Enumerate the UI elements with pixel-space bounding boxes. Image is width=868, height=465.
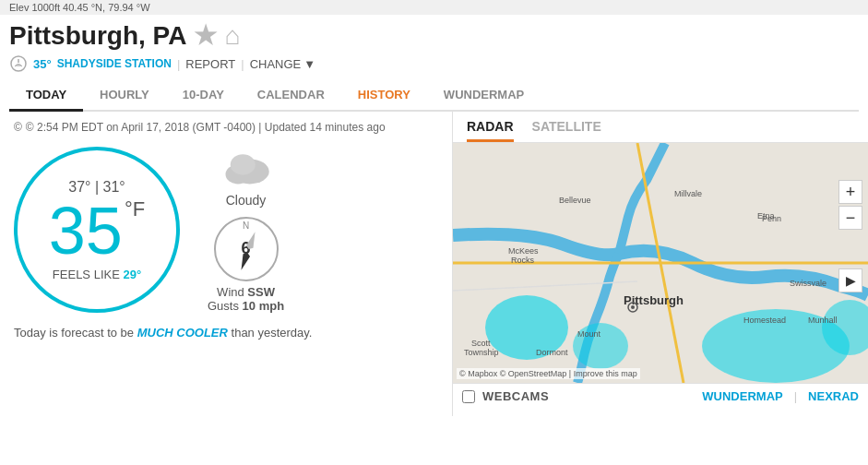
map-attribution: © Mapbox © OpenStreetMap | Improve this … <box>457 368 640 379</box>
gusts-value: 10 mph <box>243 299 285 313</box>
map-svg: Pittsburgh Bellevue Millvale Etna McKees… <box>453 143 868 383</box>
map-container[interactable]: Pittsburgh Bellevue Millvale Etna McKees… <box>453 143 868 383</box>
svg-text:Scott: Scott <box>471 339 491 348</box>
svg-marker-6 <box>244 230 257 250</box>
forecast-suffix: than yesterday. <box>232 326 313 340</box>
svg-point-30 <box>631 305 635 309</box>
webcams-label: WEBCAMS <box>482 389 549 403</box>
wind-direction: SSW <box>247 285 275 299</box>
elevation-text: Elev 1000ft <box>9 2 60 13</box>
condition-text: Cloudy <box>226 193 267 208</box>
forecast-text: Today is forecast to be MUCH COOLER than… <box>14 326 438 340</box>
nav-tabs: TODAY HOURLY 10-DAY CALENDAR HISTORY WUN… <box>9 78 859 112</box>
tab-today[interactable]: TODAY <box>9 80 83 112</box>
map-controls: + − ▶ <box>838 180 862 292</box>
main-content: © © 2:54 PM EDT on April 17, 2018 (GMT -… <box>0 112 868 416</box>
city-name: Pittsburgh, PA <box>9 21 186 51</box>
svg-text:Munhall: Munhall <box>808 316 838 325</box>
feels-like-label: FEELS LIKE <box>53 268 120 281</box>
svg-text:Dormont: Dormont <box>536 348 568 357</box>
tab-wundermap[interactable]: WUNDERMAP <box>427 80 541 112</box>
svg-text:Penn: Penn <box>762 214 781 223</box>
condition-icon-wrap: Cloudy <box>219 148 274 208</box>
nexrad-link[interactable]: NEXRAD <box>808 389 859 403</box>
report-link[interactable]: REPORT <box>185 57 235 71</box>
change-button[interactable]: CHANGE ▼ <box>250 57 316 71</box>
svg-text:Millvale: Millvale <box>674 189 702 198</box>
gusts-label: Gusts <box>208 299 239 313</box>
forecast-highlight: MUCH COOLER <box>137 326 228 340</box>
current-temp: 35 <box>49 197 123 264</box>
play-button[interactable]: ▶ <box>838 268 862 292</box>
city-title-row: Pittsburgh, PA ★ ⌂ <box>9 20 859 51</box>
wind-info: Wind SSW Gusts 10 mph <box>208 285 284 313</box>
zoom-out-button[interactable]: − <box>838 206 862 230</box>
wind-arrow-svg <box>216 219 280 283</box>
svg-text:Pittsburgh: Pittsburgh <box>624 293 684 307</box>
svg-point-4 <box>230 154 255 175</box>
weather-station-icon <box>9 54 28 73</box>
home-icon[interactable]: ⌂ <box>224 21 240 51</box>
temp-separator: | <box>95 179 103 195</box>
feels-like: FEELS LIKE 29° <box>53 268 141 281</box>
coords-text: 40.45 °N, 79.94 °W <box>63 2 149 13</box>
page-header: Pittsburgh, PA ★ ⌂ 35° SHADYSIDE STATION… <box>0 15 868 112</box>
tab-calendar[interactable]: CALENDAR <box>241 80 341 112</box>
bar-separator: | <box>794 389 797 403</box>
svg-text:Bellevue: Bellevue <box>559 196 591 205</box>
timestamp: © © 2:54 PM EDT on April 17, 2018 (GMT -… <box>14 121 438 134</box>
wind-compass: N 6 <box>214 217 279 281</box>
svg-text:Township: Township <box>464 348 499 357</box>
temp-low: 31° <box>103 179 125 195</box>
station-temp: 35° <box>33 57 52 71</box>
copy-icon: © <box>14 121 22 134</box>
svg-marker-5 <box>237 251 250 271</box>
elevation-bar: Elev 1000ft 40.45 °N, 79.94 °W <box>0 0 868 15</box>
sep2: | <box>241 57 244 71</box>
chevron-down-icon: ▼ <box>303 57 315 71</box>
map-tab-satellite[interactable]: SATELLITE <box>532 119 601 142</box>
change-label: CHANGE <box>250 57 302 71</box>
timestamp-text: © 2:54 PM EDT on April 17, 2018 (GMT -04… <box>26 121 386 134</box>
feels-like-value: 29° <box>123 268 141 281</box>
cloud-icon <box>219 148 274 189</box>
weather-main: 37° | 31° 35 °F FEELS LIKE 29° <box>14 147 438 313</box>
temp-unit: °F <box>125 197 145 221</box>
favorite-icon[interactable]: ★ <box>194 20 217 51</box>
wind-label: Wind <box>217 285 244 299</box>
bottom-right: WUNDERMAP | NEXRAD <box>702 389 859 403</box>
tab-history[interactable]: HISTORY <box>341 80 427 112</box>
svg-text:Homestead: Homestead <box>743 316 786 325</box>
temp-high: 37° <box>68 179 90 195</box>
bottom-left: WEBCAMS <box>462 389 549 403</box>
map-tabs: RADAR SATELLITE <box>453 112 868 143</box>
svg-text:Swissvale: Swissvale <box>790 279 826 288</box>
map-tab-radar[interactable]: RADAR <box>467 119 514 142</box>
svg-text:Rocks: Rocks <box>511 256 535 265</box>
left-panel: © © 2:54 PM EDT on April 17, 2018 (GMT -… <box>0 112 452 416</box>
tab-10day[interactable]: 10-DAY <box>166 80 241 112</box>
temp-range: 37° | 31° <box>68 179 125 196</box>
svg-text:Mount: Mount <box>577 329 601 339</box>
temperature-circle: 37° | 31° 35 °F FEELS LIKE 29° <box>14 147 180 313</box>
bottom-bar: WEBCAMS WUNDERMAP | NEXRAD <box>453 383 868 409</box>
tab-hourly[interactable]: HOURLY <box>83 80 166 112</box>
wundermap-link[interactable]: WUNDERMAP <box>702 389 782 403</box>
station-bar: 35° SHADYSIDE STATION | REPORT | CHANGE … <box>9 51 859 73</box>
webcams-checkbox[interactable] <box>462 390 475 403</box>
zoom-in-button[interactable]: + <box>838 180 862 204</box>
weather-right: Cloudy N 6 <box>208 148 284 313</box>
sep1: | <box>177 57 180 71</box>
wind-section: N 6 Wind SSW <box>208 217 284 313</box>
forecast-prefix: Today is forecast to be <box>14 326 134 340</box>
current-temp-row: 35 °F <box>49 197 145 264</box>
station-name[interactable]: SHADYSIDE STATION <box>57 57 172 70</box>
right-panel: RADAR SATELLITE Pi <box>452 112 868 416</box>
svg-text:McKees: McKees <box>508 246 539 256</box>
